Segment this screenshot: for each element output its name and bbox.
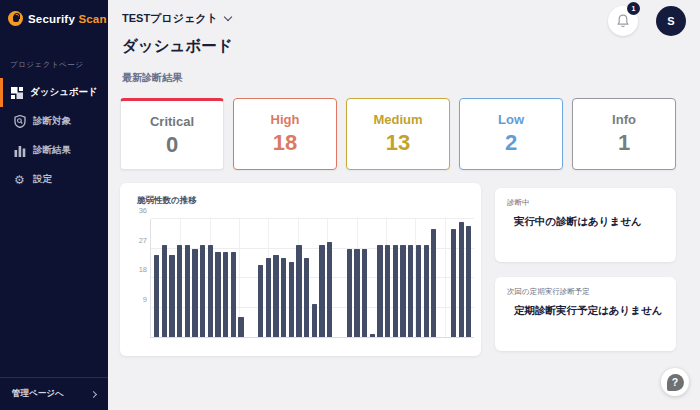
gear-icon: ⚙ bbox=[13, 173, 26, 186]
sidebar-item-dashboard[interactable]: ダッシュボード bbox=[0, 78, 108, 107]
severity-count: 2 bbox=[460, 130, 562, 156]
severity-card-medium[interactable]: Medium 13 bbox=[346, 98, 450, 170]
chart-bar bbox=[416, 245, 421, 337]
sidebar-item-scan-targets[interactable]: 診断対象 bbox=[0, 107, 108, 136]
severity-card-critical[interactable]: Critical 0 bbox=[120, 98, 224, 170]
severity-count: 0 bbox=[121, 132, 223, 158]
chart-bar bbox=[162, 245, 167, 337]
sidebar-item-label: ダッシュボード bbox=[30, 86, 98, 99]
chart-bar bbox=[304, 258, 309, 337]
chart-bar bbox=[281, 258, 286, 337]
panel-message: 定期診断実行予定はありません bbox=[514, 304, 664, 318]
chart-bar bbox=[370, 334, 375, 337]
chart-bar bbox=[231, 252, 236, 337]
help-icon: ? bbox=[667, 374, 684, 391]
sidebar-section-label: プロジェクトページ bbox=[0, 36, 108, 78]
chart-bar bbox=[154, 255, 159, 337]
chart-bar bbox=[223, 252, 228, 337]
lock-badge-icon bbox=[8, 11, 23, 26]
chart-bar bbox=[400, 245, 405, 337]
chart-bar bbox=[177, 245, 182, 337]
panel-message: 実行中の診断はありません bbox=[514, 215, 664, 229]
chart-bar bbox=[459, 222, 464, 337]
chart-bar bbox=[169, 255, 174, 337]
scheduled-scans-panel: 次回の定期実行診断予定 定期診断実行予定はありません bbox=[495, 277, 676, 351]
panel-label: 次回の定期実行診断予定 bbox=[507, 287, 664, 297]
severity-card-info[interactable]: Info 1 bbox=[572, 98, 676, 170]
y-axis-tick-label: 9 bbox=[127, 295, 147, 304]
y-axis-tick-label: 18 bbox=[127, 265, 147, 274]
chart-bar bbox=[258, 265, 263, 337]
y-axis-tick-label: 27 bbox=[127, 236, 147, 245]
chart-bar bbox=[215, 252, 220, 337]
severity-cards-row: Critical 0 High 18 Medium 13 Low 2 Info … bbox=[120, 98, 676, 170]
severity-label: High bbox=[234, 112, 336, 127]
project-selector-label: TESTプロジェクト bbox=[122, 11, 218, 26]
project-selector[interactable]: TESTプロジェクト bbox=[122, 11, 231, 26]
severity-label: Low bbox=[460, 112, 562, 127]
app-root: { "brand": { "name_primary": "Securify",… bbox=[0, 0, 700, 410]
sidebar-item-settings[interactable]: ⚙ 設定 bbox=[0, 165, 108, 194]
sidebar-item-label: 設定 bbox=[33, 173, 52, 186]
admin-page-link-label: 管理ページへ bbox=[12, 388, 64, 400]
severity-label: Medium bbox=[347, 112, 449, 127]
dashboard-icon bbox=[10, 86, 23, 99]
chart-bar bbox=[185, 245, 190, 337]
help-button[interactable]: ? bbox=[661, 368, 689, 396]
severity-card-high[interactable]: High 18 bbox=[233, 98, 337, 170]
chart-bar bbox=[289, 262, 294, 337]
chart-bar bbox=[385, 245, 390, 337]
chart-bar bbox=[200, 245, 205, 337]
chart-bar bbox=[238, 317, 243, 337]
chart-bar bbox=[377, 245, 382, 337]
sidebar: Securify Scan プロジェクトページ ダッシュボード 診断対象 診断結… bbox=[0, 0, 108, 410]
chart-bar bbox=[312, 304, 317, 337]
chart-bar bbox=[362, 249, 367, 338]
chart-bar bbox=[451, 229, 456, 337]
chart-bar bbox=[466, 226, 471, 337]
chart-plot: 9182736 bbox=[150, 219, 474, 338]
severity-count: 18 bbox=[234, 130, 336, 156]
severity-label: Info bbox=[573, 112, 675, 127]
latest-results-label: 最新診断結果 bbox=[122, 71, 182, 85]
admin-page-link[interactable]: 管理ページへ bbox=[0, 377, 108, 410]
chevron-down-icon bbox=[223, 13, 231, 21]
severity-count: 1 bbox=[573, 130, 675, 156]
chart-bar bbox=[327, 242, 332, 337]
chart-bar bbox=[296, 245, 301, 337]
scan-target-icon bbox=[13, 115, 26, 128]
sidebar-item-label: 診断結果 bbox=[33, 144, 71, 157]
y-axis-tick-label: 36 bbox=[127, 206, 147, 215]
chart-bar bbox=[424, 245, 429, 337]
bell-icon bbox=[616, 14, 630, 29]
scan-results-icon bbox=[13, 144, 26, 157]
notifications-button[interactable]: 1 bbox=[608, 6, 638, 36]
chart-bar bbox=[408, 245, 413, 337]
vulnerability-trend-chart-card: 脆弱性数の推移 9182736 bbox=[120, 183, 481, 356]
chart-bar bbox=[266, 258, 271, 337]
notification-count-badge: 1 bbox=[627, 2, 640, 15]
chart-bar bbox=[208, 245, 213, 337]
panel-label: 診断中 bbox=[507, 198, 664, 208]
sidebar-item-scan-results[interactable]: 診断結果 bbox=[0, 136, 108, 165]
chart-bar bbox=[393, 245, 398, 337]
page-title: ダッシュボード bbox=[122, 36, 233, 57]
brand-logo: Securify Scan bbox=[0, 0, 108, 36]
chart-bar bbox=[431, 229, 436, 337]
chart-bar bbox=[347, 249, 352, 338]
running-scans-panel: 診断中 実行中の診断はありません bbox=[495, 188, 676, 262]
user-avatar[interactable]: S bbox=[656, 6, 686, 36]
chart-bar bbox=[354, 249, 359, 338]
chevron-right-icon bbox=[90, 390, 97, 397]
severity-card-low[interactable]: Low 2 bbox=[459, 98, 563, 170]
chart-bar bbox=[273, 255, 278, 337]
severity-label: Critical bbox=[121, 114, 223, 129]
chart-bars bbox=[154, 219, 474, 337]
sidebar-item-label: 診断対象 bbox=[33, 115, 71, 128]
severity-count: 13 bbox=[347, 130, 449, 156]
chart-bar bbox=[319, 245, 324, 337]
brand-name: Securify Scan bbox=[28, 13, 107, 25]
chart-bar bbox=[192, 249, 197, 338]
